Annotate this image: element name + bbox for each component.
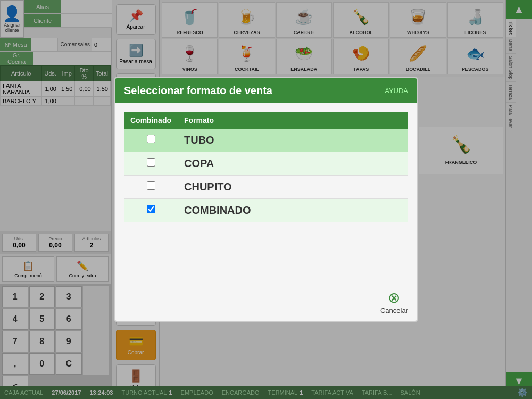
format-row-chupito[interactable]: CHUPITO: [124, 176, 408, 199]
format-checkbox-tubo[interactable]: [147, 135, 155, 143]
modal-help-link[interactable]: AYUDA: [385, 87, 408, 95]
format-table: Combinado Formato TUBO COPA CHUPITO: [124, 112, 408, 222]
format-check-cell-combinado: [124, 199, 178, 222]
format-label-tubo: TUBO: [178, 129, 408, 152]
format-row-tubo[interactable]: TUBO: [124, 129, 408, 152]
format-label-combinado: COMBINADO: [178, 199, 408, 222]
format-label-copa: COPA: [178, 152, 408, 176]
format-row-combinado[interactable]: COMBINADO: [124, 199, 408, 222]
modal-dialog: Seleccionar formato de venta AYUDA Combi…: [114, 77, 418, 322]
format-row-copa[interactable]: COPA: [124, 152, 408, 176]
cancel-button[interactable]: ⊗ Cancelar: [380, 289, 408, 314]
cancel-label: Cancelar: [380, 306, 408, 314]
modal-title: Seleccionar formato de venta: [124, 85, 272, 97]
format-checkbox-combinado[interactable]: [147, 205, 155, 213]
format-checkbox-copa[interactable]: [147, 158, 155, 167]
modal-header: Seleccionar formato de venta AYUDA: [115, 78, 417, 103]
app: 👤 Asignar cliente Alias Cliente: [0, 0, 532, 399]
format-check-cell-copa: [124, 152, 178, 176]
modal-footer: ⊗ Cancelar: [115, 282, 417, 321]
format-checkbox-chupito[interactable]: [147, 181, 155, 190]
col-formato-header: Formato: [178, 112, 408, 129]
cancel-icon: ⊗: [388, 289, 400, 306]
col-combinado-header: Combinado: [124, 112, 178, 129]
modal-body: Combinado Formato TUBO COPA CHUPITO: [115, 103, 417, 282]
format-check-cell-chupito: [124, 176, 178, 199]
format-label-chupito: CHUPITO: [178, 176, 408, 199]
modal-overlay[interactable]: Seleccionar formato de venta AYUDA Combi…: [0, 0, 532, 399]
format-check-cell-tubo: [124, 129, 178, 152]
